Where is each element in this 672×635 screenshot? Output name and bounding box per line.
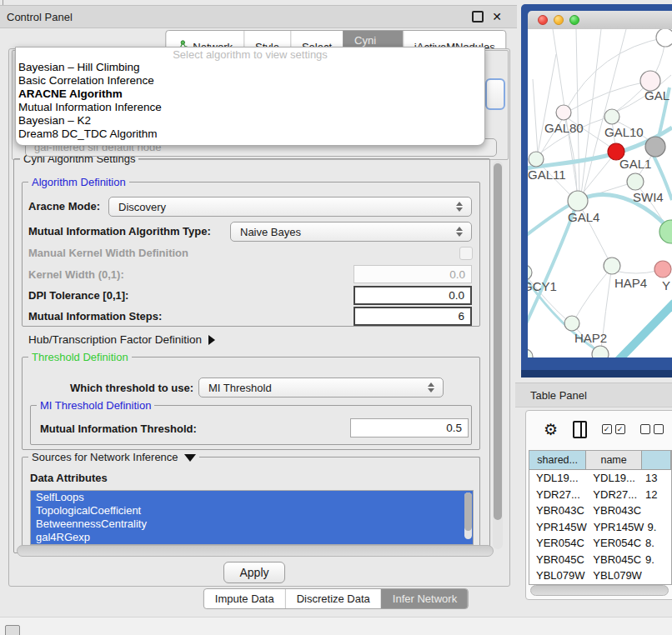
table-row[interactable]: YBL079WYBL079W (529, 568, 671, 584)
network-edge[interactable] (576, 29, 579, 195)
algorithm-option-basic-correlation-inference[interactable]: Basic Correlation Inference (16, 74, 484, 88)
table-cell[interactable]: YBL079W (529, 568, 586, 584)
network-node-gal4[interactable] (568, 191, 588, 211)
network-edge[interactable] (614, 271, 657, 273)
algorithm-option-aracne-algorithm[interactable]: ARACNE Algorithm (16, 88, 484, 101)
deselect-all-columns-icon[interactable] (640, 424, 664, 434)
network-edge[interactable] (569, 81, 650, 111)
mi-threshold-field[interactable]: 0.5 (350, 418, 469, 438)
network-edge[interactable] (538, 54, 556, 153)
algorithm-option-bayesian-hill-climbing[interactable]: Bayesian – Hill Climbing (16, 61, 484, 74)
algorithm-option-bayesian-k2[interactable]: Bayesian – K2 (16, 114, 484, 128)
manual-kernel-checkbox[interactable] (459, 247, 473, 260)
network-node-bottom-node[interactable] (592, 346, 609, 358)
table-cell[interactable]: 8. (642, 535, 671, 552)
gear-icon[interactable]: ⚙ (544, 420, 558, 439)
network-edge[interactable] (533, 79, 538, 154)
network-node-hap4[interactable] (604, 258, 620, 274)
table-cell[interactable]: YDL19... (586, 470, 642, 487)
table-cell[interactable]: YER054C (529, 535, 586, 552)
table-cell[interactable]: YDR27... (529, 487, 586, 503)
mi-steps-field[interactable]: 6 (354, 307, 472, 326)
network-node-gcy1[interactable] (528, 265, 532, 280)
table-cell[interactable]: YPR145W (587, 519, 644, 536)
network-edge[interactable] (581, 29, 601, 195)
table-cell[interactable] (642, 502, 671, 519)
attr-list-scrollbar-thumb[interactable] (464, 492, 472, 531)
attribute-item-betweennesscentrality[interactable]: BetweennessCentrality (31, 518, 473, 531)
float-window-icon[interactable] (472, 11, 484, 22)
network-node-gray-node[interactable] (645, 137, 665, 157)
attribute-item-selfloops[interactable]: SelfLoops (31, 491, 473, 504)
network-node-gal11[interactable] (529, 152, 544, 167)
table-hscrollbar[interactable] (530, 585, 669, 596)
table-cell[interactable]: YER054C (586, 535, 642, 552)
network-window-titlebar[interactable] (528, 11, 672, 30)
threshold-definition-title: Threshold Definition (28, 351, 132, 363)
algorithm-option-dream8-dc-tdc-algorithm[interactable]: Dream8 DC_TDC Algorithm (16, 128, 484, 141)
minimize-button[interactable] (554, 15, 564, 25)
table-cell[interactable]: YBR043C (529, 502, 586, 519)
network-node-pink-right[interactable] (654, 261, 671, 278)
tab-impute-data[interactable]: Impute Data (204, 589, 285, 608)
column-header-col3[interactable] (642, 451, 671, 469)
table-row[interactable]: YBR045CYBR045C9. (529, 552, 671, 568)
tab-discretize-data[interactable]: Discretize Data (285, 589, 381, 608)
table-cell[interactable]: 12 (642, 487, 671, 503)
network-canvas[interactable]: GALGAL80GAL10GAL1GAL11SWI4GAL4HAP4YGCY1H… (528, 29, 672, 358)
mi-type-combo[interactable]: Naive Bayes (230, 222, 472, 242)
apply-button[interactable]: Apply (223, 562, 285, 583)
table-cell[interactable]: YBR043C (586, 502, 642, 519)
algorithm-prompt: Select algorithm to view settings (16, 48, 484, 61)
network-node-hap2[interactable] (564, 316, 579, 331)
table-cell[interactable]: 13 (642, 470, 671, 487)
select-all-columns-icon[interactable]: ✓ ✓ (602, 424, 625, 434)
algorithm-option-mutual-information-inference[interactable]: Mutual Information Inference (16, 101, 484, 114)
attribute-item-gal4rgexp[interactable]: gal4RGexp (31, 531, 473, 544)
settings-hscrollbar[interactable] (17, 545, 494, 557)
network-node-gal80[interactable] (556, 105, 571, 120)
network-node-bottom-left-node[interactable] (528, 349, 533, 358)
table-cell[interactable]: YDR27... (586, 487, 642, 503)
table-row[interactable]: YPR145WYPR145W9. (529, 519, 671, 536)
table-cell[interactable]: YBL079W (586, 568, 642, 584)
attr-list-scrollbar[interactable] (464, 492, 472, 539)
network-edge[interactable] (583, 29, 626, 196)
zoom-button[interactable] (569, 15, 579, 25)
tab-infer-network[interactable]: Infer Network (381, 589, 468, 608)
network-node-swi4[interactable] (627, 173, 644, 190)
minimized-panel-icon[interactable] (5, 625, 20, 635)
aracne-mode-combo[interactable]: Discovery (108, 197, 472, 217)
close-icon[interactable]: ✕ (492, 11, 502, 22)
settings-scrollbar[interactable] (493, 161, 503, 549)
column-header-shared[interactable]: shared... (529, 451, 586, 469)
aracne-mode-value: Discovery (118, 201, 166, 213)
network-edge[interactable] (575, 270, 609, 318)
table-row[interactable]: YBR043CYBR043C (529, 502, 671, 519)
columns-icon[interactable] (573, 421, 587, 438)
table-cell[interactable]: YPR145W (529, 519, 587, 536)
close-button[interactable] (538, 15, 548, 25)
column-header-name[interactable]: name (586, 451, 642, 469)
table-cell[interactable]: YBR045C (529, 552, 586, 568)
table-cell[interactable]: 9. (642, 552, 671, 568)
table-cell[interactable]: 9. (644, 519, 671, 536)
network-node-top-partial[interactable] (656, 29, 672, 47)
dpi-tolerance-field[interactable]: 0.0 (354, 286, 472, 305)
settings-scrollbar-thumb[interactable] (494, 163, 502, 520)
which-threshold-combo[interactable]: MI Threshold (198, 378, 444, 398)
focused-combo-fragment[interactable] (485, 78, 505, 110)
attribute-item-topologicalcoefficient[interactable]: TopologicalCoefficient (31, 504, 473, 518)
table-row[interactable]: YDL19...YDL19...13 (529, 470, 671, 487)
kernel-width-field[interactable]: 0.0 (354, 265, 472, 283)
network-node-gal10[interactable] (604, 109, 619, 124)
table-row[interactable]: YER054CYER054C8. (529, 535, 671, 552)
node-table: shared...name YDL19...YDL19...13YDR27...… (529, 450, 672, 585)
table-cell[interactable]: YBR045C (586, 552, 642, 568)
hub-section-toggle[interactable]: Hub/Transcription Factor Definition (28, 333, 215, 346)
table-row[interactable]: YDR27...YDR27...12 (529, 487, 671, 503)
network-edge[interactable] (618, 302, 672, 358)
table-cell[interactable]: YDL19... (529, 470, 586, 487)
sources-title-row[interactable]: Sources for Network Inference (28, 451, 199, 463)
table-cell[interactable] (642, 568, 671, 584)
